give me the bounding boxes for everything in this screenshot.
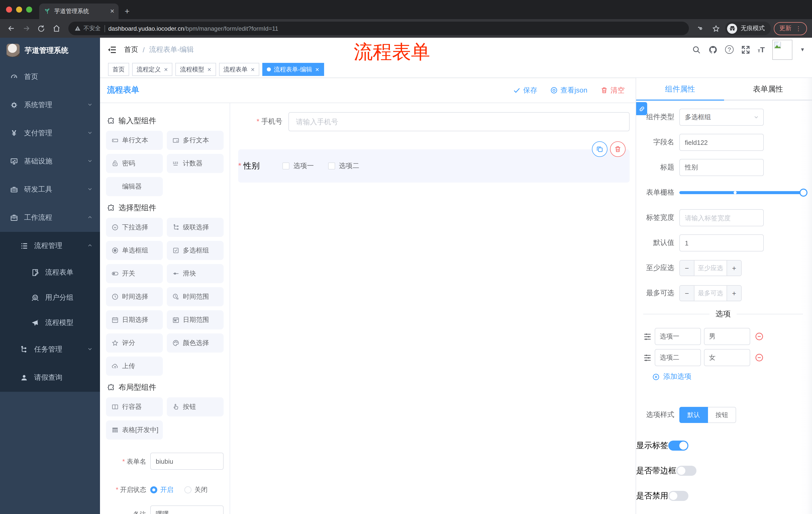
palette-item-checkbox-group[interactable]: 多选框组 — [167, 241, 224, 260]
close-window-button[interactable] — [6, 6, 12, 12]
tab-component-props[interactable]: 组件属性 — [636, 78, 724, 101]
max-select-input[interactable] — [694, 286, 727, 301]
collapse-sidebar-icon[interactable] — [107, 45, 117, 55]
tag-close-icon[interactable]: ✕ — [251, 66, 255, 72]
style-default-button[interactable]: 默认 — [679, 407, 708, 423]
sidebar-item-home[interactable]: 首页 — [0, 63, 100, 91]
tag-process-definition[interactable]: 流程定义✕ — [132, 63, 173, 76]
browser-menu-icon[interactable]: ⋮ — [795, 26, 802, 31]
tag-process-form[interactable]: 流程表单✕ — [219, 63, 260, 76]
breadcrumb-home[interactable]: 首页 — [124, 45, 138, 54]
palette-item-switch[interactable]: 开关 — [106, 264, 163, 283]
fullscreen-icon[interactable] — [741, 45, 750, 54]
bookmark-star-icon[interactable] — [710, 22, 722, 34]
update-button[interactable]: 更新 ⋮ — [774, 22, 807, 35]
sidebar-item-process-mgmt[interactable]: 流程管理 — [0, 232, 100, 260]
checkbox-box[interactable] — [282, 162, 289, 169]
reload-button[interactable] — [35, 22, 47, 34]
palette-item-slider[interactable]: 滑块 — [167, 264, 224, 283]
tab-form-props[interactable]: 表单属性 — [724, 78, 812, 101]
palette-item-cascader[interactable]: 级联选择 — [167, 218, 224, 237]
option-label-input[interactable] — [655, 349, 701, 366]
disabled-switch[interactable] — [668, 491, 688, 501]
tag-home[interactable]: 首页 — [108, 63, 129, 76]
sidebar-item-devtools[interactable]: 研发工具 — [0, 175, 100, 204]
browser-tab[interactable]: 芋道管理系统 ✕ — [39, 3, 119, 19]
add-option-button[interactable]: 添加选项 — [652, 372, 812, 381]
label-width-input[interactable] — [679, 209, 764, 226]
status-radio-on[interactable]: 开启 — [150, 485, 173, 494]
tag-process-form-edit[interactable]: 流程表单-编辑✕ — [262, 63, 324, 76]
min-select-input[interactable] — [694, 261, 727, 276]
canvas-field-gender-selected[interactable]: 性别 选项一 选项二 — [238, 150, 630, 183]
sidebar-item-leave-query[interactable]: 请假查询 — [0, 363, 100, 392]
palette-item-color-picker[interactable]: 颜色选择 — [167, 333, 224, 353]
palette-item-select[interactable]: 下拉选择 — [106, 218, 163, 237]
home-button[interactable] — [50, 22, 62, 34]
palette-item-date-range[interactable]: 日期范围 — [167, 310, 224, 329]
style-button-button[interactable]: 按钮 — [708, 407, 736, 423]
data-binding-handle[interactable] — [636, 102, 647, 115]
sidebar-item-system[interactable]: 系统管理 — [0, 91, 100, 119]
remove-option-button[interactable] — [755, 332, 764, 341]
sidebar-item-user-group[interactable]: 用户分组 — [0, 285, 100, 310]
tab-close-icon[interactable]: ✕ — [110, 8, 115, 15]
stepper-increase-button[interactable]: + — [727, 286, 741, 301]
tag-close-icon[interactable]: ✕ — [315, 66, 319, 72]
gender-checkbox-option1[interactable]: 选项一 — [282, 161, 314, 170]
copy-component-button[interactable] — [592, 141, 608, 157]
stepper-decrease-button[interactable]: − — [680, 261, 694, 276]
form-name-input[interactable] — [150, 453, 224, 470]
avatar[interactable] — [772, 39, 792, 60]
key-icon[interactable] — [695, 22, 707, 34]
view-json-button[interactable]: 查看json — [550, 86, 587, 95]
palette-item-table[interactable]: 表格[开发中] — [106, 421, 163, 439]
palette-item-time-range[interactable]: 时间范围 — [167, 287, 224, 306]
font-size-icon[interactable]: тT — [758, 45, 765, 54]
status-radio-off[interactable]: 关闭 — [184, 485, 207, 494]
option-value-input[interactable] — [704, 349, 750, 366]
sidebar-item-process-model[interactable]: 流程模型 — [0, 310, 100, 335]
form-grid-slider[interactable] — [679, 191, 803, 194]
palette-item-rate[interactable]: 评分 — [106, 333, 163, 353]
form-canvas[interactable]: 手机号 性别 — [230, 103, 636, 514]
stepper-increase-button[interactable]: + — [727, 261, 741, 276]
with-border-switch[interactable] — [676, 466, 696, 476]
search-icon[interactable] — [692, 45, 701, 54]
component-type-select[interactable]: 多选框组 — [679, 109, 764, 126]
sidebar-item-workflow[interactable]: 工作流程 — [0, 204, 100, 232]
avatar-caret-icon[interactable]: ▼ — [800, 47, 805, 52]
title-input[interactable] — [679, 159, 764, 176]
tag-close-icon[interactable]: ✕ — [164, 66, 168, 72]
canvas-field-phone[interactable]: 手机号 — [238, 112, 630, 131]
tag-close-icon[interactable]: ✕ — [207, 66, 211, 72]
palette-item-upload[interactable]: 上传 — [106, 357, 163, 376]
palette-item-date-picker[interactable]: 日期选择 — [106, 310, 163, 329]
tag-process-model[interactable]: 流程模型✕ — [176, 63, 216, 76]
palette-item-password[interactable]: 密码 — [106, 154, 163, 173]
phone-input[interactable] — [288, 112, 630, 131]
back-button[interactable] — [5, 22, 17, 34]
remove-option-button[interactable] — [755, 353, 764, 362]
palette-item-editor[interactable]: 编辑器 — [106, 177, 163, 196]
palette-item-button[interactable]: 按钮 — [167, 397, 224, 416]
delete-component-button[interactable] — [610, 141, 626, 157]
checkbox-box[interactable] — [328, 162, 335, 169]
save-button[interactable]: 保存 — [513, 86, 538, 95]
palette-item-radio-group[interactable]: 单选框组 — [106, 241, 163, 260]
stepper-decrease-button[interactable]: − — [680, 286, 694, 301]
gender-checkbox-option2[interactable]: 选项二 — [328, 161, 359, 170]
forward-button[interactable] — [20, 22, 32, 34]
sidebar-item-payment[interactable]: ¥ 支付管理 — [0, 119, 100, 147]
sidebar-item-infra[interactable]: 基础设施 — [0, 147, 100, 175]
zoom-window-button[interactable] — [26, 6, 32, 12]
help-icon[interactable]: ? — [725, 45, 734, 54]
palette-item-textarea[interactable]: 多行文本 — [167, 131, 224, 150]
github-icon[interactable] — [708, 45, 718, 54]
security-status[interactable]: 不安全 — [75, 25, 101, 32]
new-tab-button[interactable]: + — [119, 6, 136, 19]
minimize-window-button[interactable] — [16, 6, 22, 12]
palette-item-row-container[interactable]: 行容器 — [106, 397, 163, 416]
brand[interactable]: 芋道管理系统 — [0, 38, 100, 63]
address-bar[interactable]: 不安全 dashboard.yudao.iocoder.cn/bpm/manag… — [68, 22, 689, 35]
